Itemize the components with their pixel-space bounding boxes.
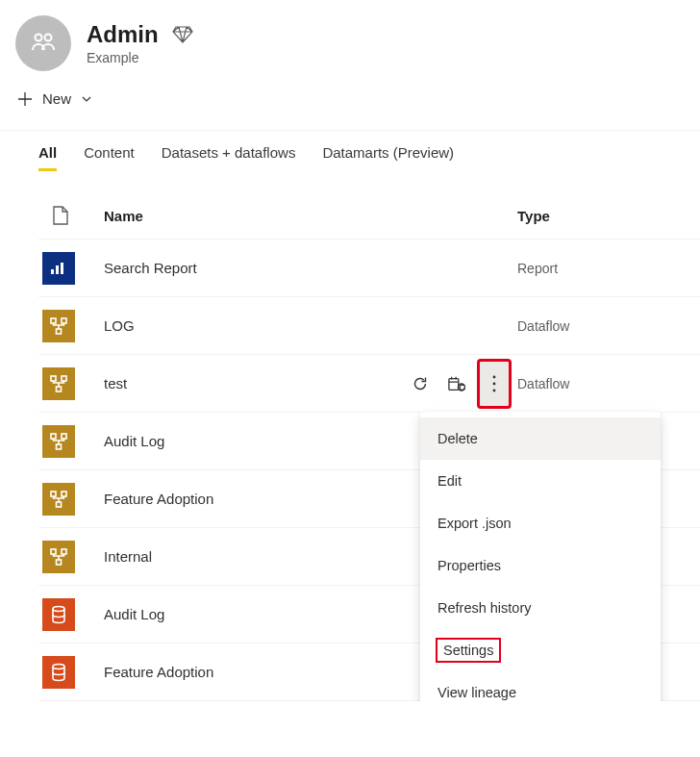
svg-rect-19: [51, 492, 56, 496]
dataflow-icon: [42, 541, 75, 573]
dataflow-icon: [42, 310, 75, 342]
tab-all[interactable]: All: [38, 144, 57, 171]
command-bar: New: [0, 75, 700, 131]
svg-rect-3: [56, 265, 59, 274]
schedule-refresh-icon: [448, 375, 465, 392]
context-menu: Delete Edit Export .json Properties Refr…: [420, 412, 661, 701]
item-name: Search Report: [98, 260, 396, 276]
dataset-icon: [42, 598, 75, 631]
schedule-refresh-button[interactable]: [442, 369, 471, 398]
new-button[interactable]: New: [15, 85, 94, 113]
new-button-label: New: [42, 90, 71, 107]
workspace-subtitle: Example: [87, 50, 193, 65]
refresh-icon: [412, 375, 429, 392]
svg-rect-16: [51, 434, 56, 439]
file-icon: [52, 206, 69, 225]
menu-export-json[interactable]: Export .json: [420, 502, 661, 544]
tab-datasets-dataflows[interactable]: Datasets + dataflows: [162, 144, 296, 171]
svg-rect-11: [449, 378, 459, 390]
svg-rect-22: [51, 549, 56, 554]
dataflow-icon: [42, 367, 75, 400]
premium-diamond-icon: [172, 26, 193, 43]
refresh-now-button[interactable]: [406, 369, 435, 398]
svg-rect-5: [51, 318, 56, 323]
item-type: Dataflow: [517, 318, 700, 334]
svg-point-14: [493, 382, 496, 385]
svg-rect-17: [62, 434, 66, 439]
item-name: Feature Adoption: [98, 664, 396, 680]
item-name: test: [98, 375, 396, 391]
svg-point-26: [53, 664, 64, 669]
svg-point-1: [45, 35, 52, 41]
svg-rect-4: [61, 263, 63, 274]
svg-rect-8: [51, 376, 56, 381]
table-row[interactable]: Search Report Report: [38, 240, 700, 297]
svg-rect-9: [62, 376, 66, 381]
svg-rect-21: [57, 502, 62, 507]
report-icon: [42, 252, 75, 285]
menu-settings-label: Settings: [438, 640, 499, 661]
dataflow-icon: [42, 483, 75, 516]
chevron-down-icon: [81, 93, 92, 105]
menu-delete[interactable]: Delete: [420, 417, 661, 460]
item-name: LOG: [98, 317, 396, 334]
menu-settings[interactable]: Settings: [420, 629, 661, 671]
item-name: Audit Log: [98, 433, 396, 449]
svg-point-0: [36, 35, 42, 41]
item-name: Feature Adoption: [98, 491, 396, 507]
menu-refresh-history[interactable]: Refresh history: [420, 587, 661, 629]
workspace-avatar: [15, 15, 71, 71]
svg-rect-23: [62, 549, 66, 554]
workspace-title: Admin: [87, 21, 159, 48]
svg-rect-6: [62, 318, 66, 323]
dataflow-icon: [42, 425, 75, 458]
svg-rect-7: [57, 329, 62, 334]
vertical-dots-icon: [487, 373, 502, 394]
svg-rect-20: [62, 492, 66, 496]
item-name: Audit Log: [98, 606, 396, 622]
content-list: Name Type Search Report Report LOG Dataf…: [0, 196, 700, 701]
more-options-button[interactable]: [479, 361, 510, 407]
dataset-icon: [42, 656, 75, 689]
menu-edit[interactable]: Edit: [420, 460, 661, 502]
svg-rect-2: [51, 269, 54, 274]
svg-rect-24: [57, 560, 62, 565]
tab-content[interactable]: Content: [84, 144, 135, 171]
tabs: All Content Datasets + dataflows Datamar…: [0, 131, 700, 171]
workspace-header: Admin Example: [0, 0, 700, 75]
svg-point-13: [493, 375, 496, 378]
column-name[interactable]: Name: [98, 208, 517, 224]
people-icon: [29, 29, 58, 58]
svg-point-25: [53, 606, 64, 611]
svg-point-15: [493, 389, 496, 391]
column-type[interactable]: Type: [517, 208, 700, 224]
plus-icon: [17, 91, 33, 107]
table-row[interactable]: test Dataflow: [38, 355, 700, 413]
svg-rect-18: [57, 444, 62, 449]
table-row[interactable]: LOG Dataflow: [38, 297, 700, 355]
menu-view-lineage[interactable]: View lineage: [420, 671, 661, 701]
item-type: Report: [517, 261, 700, 276]
item-name: Internal: [98, 548, 396, 565]
item-type: Dataflow: [517, 376, 700, 391]
tab-datamarts[interactable]: Datamarts (Preview): [322, 144, 454, 171]
svg-rect-10: [57, 387, 62, 391]
table-header: Name Type: [38, 196, 700, 240]
menu-properties[interactable]: Properties: [420, 544, 661, 587]
